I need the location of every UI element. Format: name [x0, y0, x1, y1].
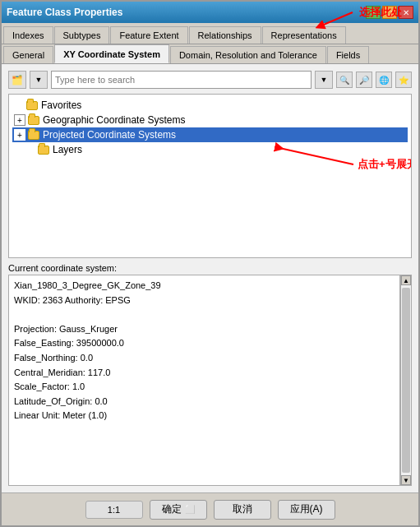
ok-icon: ⬜ — [185, 505, 195, 514]
scroll-up-btn[interactable]: ▲ — [401, 275, 411, 285]
tree-item-projected[interactable]: + Projected Coordinate Systems — [12, 127, 408, 142]
title-bar: Feature Class Properties ─ □ ✕ — [2, 2, 418, 23]
tab-xy[interactable]: XY Coordinate System — [54, 44, 169, 63]
scrollbar-vertical[interactable]: ▲ ▼ — [400, 275, 412, 486]
scroll-thumb[interactable] — [402, 288, 410, 473]
tab-row-2: General XY Coordinate System Domain, Res… — [2, 44, 418, 64]
tree-item-geographic[interactable]: + Geographic Coordinate Systems — [12, 113, 408, 127]
folder-icon-geographic — [27, 113, 40, 127]
globe-icon-btn[interactable]: 🌐 — [376, 72, 392, 88]
scale-button[interactable]: 1:1 — [85, 501, 143, 519]
toolbar-dropdown-button[interactable]: ▼ — [30, 71, 48, 89]
ok-button-group: 确定 ⬜ — [150, 500, 207, 520]
window-title: Feature Class Properties — [7, 7, 122, 18]
svg-text:点击+号展开: 点击+号展开 — [358, 158, 412, 170]
folder-icon-favorites — [25, 99, 39, 112]
coord-line-3: Projection: Gauss_Kruger — [14, 322, 395, 337]
tab-row-1: Indexes Subtypes Feature Extent Relation… — [2, 23, 418, 44]
title-controls: ─ □ ✕ — [366, 6, 413, 19]
coord-line-7: Scale_Factor: 1.0 — [14, 380, 395, 395]
folder-icon-layers — [37, 143, 50, 156]
coord-box-area: Xian_1980_3_Degree_GK_Zone_39 WKID: 2363… — [8, 275, 412, 486]
scroll-down-btn[interactable]: ▼ — [401, 475, 411, 485]
coord-line-1: Xian_1980_3_Degree_GK_Zone_39 — [14, 279, 395, 294]
tree-label-favorites: Favorites — [41, 99, 81, 111]
toolbar-menu-button[interactable]: 🗂️ — [8, 71, 26, 89]
coord-line-blank1 — [14, 307, 395, 322]
tree-item-layers[interactable]: Layers — [12, 142, 408, 157]
apply-button[interactable]: 应用(A) — [278, 500, 335, 520]
tab-feature[interactable]: Feature Extent — [110, 26, 187, 44]
coordinate-system-tree[interactable]: Favorites + Geographic Coordinate System… — [8, 94, 412, 258]
minimize-button[interactable]: ─ — [366, 6, 381, 19]
coord-line-8: Latitude_Of_Origin: 0.0 — [14, 395, 395, 409]
tab-domain[interactable]: Domain, Resolution and Tolerance — [170, 46, 326, 63]
tree-label-layers: Layers — [53, 144, 82, 155]
star-icon-btn[interactable]: ⭐ — [395, 72, 412, 88]
tree-label-projected: Projected Coordinate Systems — [43, 129, 176, 141]
search-input[interactable] — [51, 71, 312, 89]
coord-line-5: False_Northing: 0.0 — [14, 351, 395, 366]
coord-line-4: False_Easting: 39500000.0 — [14, 336, 395, 351]
coord-line-9: Linear Unit: Meter (1.0) — [14, 409, 395, 423]
search-icon-btn[interactable]: 🔍 — [336, 72, 353, 88]
close-button[interactable]: ✕ — [399, 6, 413, 19]
tab-subtypes[interactable]: Subtypes — [54, 26, 110, 44]
coord-box[interactable]: Xian_1980_3_Degree_GK_Zone_39 WKID: 2363… — [8, 275, 400, 486]
search2-icon-btn[interactable]: 🔎 — [356, 72, 372, 88]
feature-class-properties-window: Feature Class Properties ─ □ ✕ Indexes S… — [0, 0, 420, 527]
tab-indexes[interactable]: Indexes — [3, 26, 53, 44]
cancel-button[interactable]: 取消 — [214, 500, 271, 520]
tree-item-favorites[interactable]: Favorites — [12, 98, 408, 113]
tab-general[interactable]: General — [3, 46, 53, 63]
tab-representations[interactable]: Representations — [262, 26, 346, 44]
expander-geographic[interactable]: + — [14, 114, 25, 126]
toolbar-dropdown-arrow[interactable]: ▼ — [315, 71, 333, 89]
tab-relationships[interactable]: Relationships — [189, 26, 261, 44]
ok-button[interactable]: 确定 ⬜ — [150, 500, 207, 520]
content-area: 🗂️ ▼ ▼ 🔍 🔎 🌐 ⭐ Favorites + — [2, 64, 418, 492]
coord-label: Current coordinate system: — [8, 263, 412, 273]
folder-icon-projected — [27, 128, 40, 141]
maximize-button[interactable]: □ — [382, 6, 397, 19]
coord-line-2: WKID: 2363 Authority: EPSG — [14, 294, 395, 308]
coord-line-6: Central_Meridian: 117.0 — [14, 366, 395, 381]
toolbar: 🗂️ ▼ ▼ 🔍 🔎 🌐 ⭐ — [8, 71, 412, 89]
button-bar: 1:1 确定 ⬜ 取消 应用(A) — [2, 492, 418, 525]
tree-label-geographic: Geographic Coordinate Systems — [43, 114, 185, 126]
ok-label: 确定 — [162, 502, 182, 516]
expander-projected[interactable]: + — [14, 129, 25, 141]
tab-fields[interactable]: Fields — [327, 46, 369, 63]
